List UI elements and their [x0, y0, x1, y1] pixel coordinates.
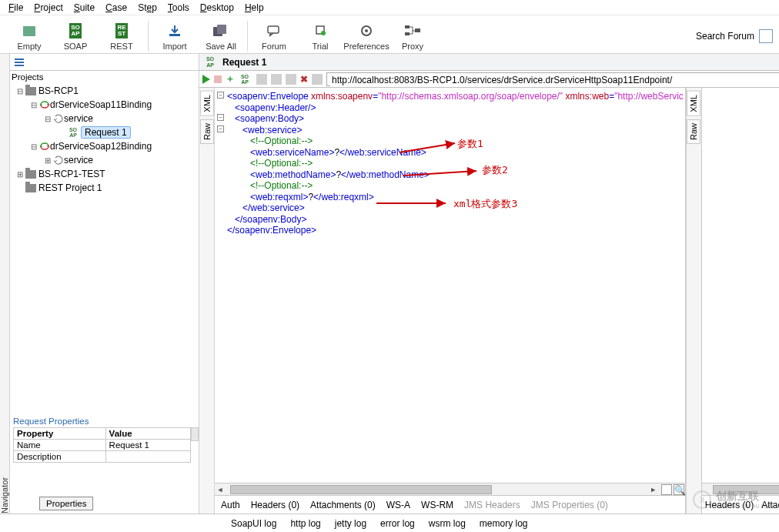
toolbar-icon-d[interactable]	[312, 74, 323, 85]
resp-tab-xml[interactable]: XML	[687, 91, 700, 116]
table-row[interactable]: NameRequest 1	[14, 440, 191, 451]
status-tab-wsrm-log[interactable]: wsrm log	[429, 518, 466, 529]
empty-icon	[6, 22, 52, 40]
stop-icon	[214, 75, 222, 83]
status-bar: SoapUI loghttp logjetty logerror logwsrm…	[0, 514, 779, 532]
status-tab-jetty-log[interactable]: jetty log	[335, 518, 366, 529]
resp-bottom-tab[interactable]: Headers (0)	[705, 500, 754, 510]
trial-icon	[297, 22, 343, 40]
request-tab-bar: SOAP Request 1	[199, 54, 779, 71]
svg-rect-10	[405, 32, 410, 35]
bottom-tab-auth[interactable]: Auth	[221, 500, 240, 510]
toolbar-icon-c[interactable]	[286, 74, 296, 85]
trial-button[interactable]: Trial	[297, 22, 343, 51]
endpoint-field[interactable]	[326, 72, 779, 86]
menu-tools[interactable]: Tools	[162, 2, 195, 15]
preferences-button[interactable]: Preferences	[343, 22, 390, 51]
soap-button[interactable]: SOAPSOAP	[52, 22, 99, 51]
menu-step[interactable]: Step	[132, 2, 162, 15]
hscroll-thumb[interactable]	[230, 485, 492, 494]
menu-case[interactable]: Case	[100, 2, 132, 15]
table-row[interactable]: Description	[14, 451, 191, 463]
import-button[interactable]: Import	[152, 22, 198, 51]
bottom-tab-headers[interactable]: Headers (0)	[251, 500, 299, 510]
tree-node-bs-rcp1-test[interactable]: ⊞BS-RCP1-TEST	[12, 167, 199, 181]
status-tab-memory-log[interactable]: memory log	[480, 518, 528, 529]
navigator-side-tab[interactable]: Navigator	[0, 54, 10, 514]
toolbar-icon-b[interactable]	[271, 74, 282, 85]
tree-twisty[interactable]: ⊟	[42, 115, 53, 123]
properties-table[interactable]: PropertyValueNameRequest 1Description	[13, 427, 191, 463]
tree-twisty[interactable]: ⊞	[42, 156, 53, 165]
tab-xml[interactable]: XML	[200, 91, 214, 116]
editor-hscroll[interactable]: ◄ ► 🔍	[215, 483, 685, 495]
menu-suite[interactable]: Suite	[69, 2, 100, 15]
tree-node-drservicesoap11binding[interactable]: ⊟drServiceSoap11Binding	[12, 98, 199, 112]
forum-icon	[251, 22, 297, 40]
split-icon[interactable]	[661, 484, 672, 495]
fold-toggle[interactable]: −	[217, 114, 224, 121]
fold-toggle[interactable]: −	[217, 92, 224, 99]
bottom-tab-jms: JMS Headers	[464, 500, 520, 510]
tree-twisty[interactable]: ⊟	[15, 87, 25, 95]
toolbar-close-icon[interactable]: ✖	[300, 74, 308, 85]
run-icon[interactable]	[202, 75, 210, 84]
search-forum-label: Search Forum	[696, 31, 754, 42]
request-toolbar: ＋ SOAP ✖	[199, 71, 779, 88]
tree-node-rest-project-1[interactable]: REST Project 1	[12, 181, 199, 195]
fold-toggle[interactable]: −	[217, 125, 224, 132]
binding-icon	[39, 100, 50, 109]
tree-node-service[interactable]: ⊞service	[12, 153, 199, 167]
resp-tab-raw[interactable]: Raw	[687, 119, 700, 144]
tab-raw[interactable]: Raw	[200, 119, 214, 144]
status-tab-http-log[interactable]: http log	[290, 518, 320, 529]
resp-bottom-tab[interactable]: Attac	[761, 500, 779, 510]
request-tab-title[interactable]: Request 1	[222, 57, 266, 68]
properties-button[interactable]: Properties	[39, 497, 93, 510]
search-forum-input[interactable]	[759, 29, 773, 43]
folder-icon	[25, 170, 36, 179]
tree-node-bs-rcp1[interactable]: ⊟BS-RCP1	[12, 84, 199, 98]
menu-desktop[interactable]: Desktop	[195, 2, 239, 15]
empty-button[interactable]: Empty	[6, 22, 52, 51]
menu-file[interactable]: File	[3, 2, 28, 15]
forum-button[interactable]: Forum	[251, 22, 297, 51]
properties-scrollbar-stub[interactable]	[191, 427, 199, 441]
bottom-tab-attachments[interactable]: Attachments (0)	[310, 500, 376, 510]
menu-project[interactable]: Project	[28, 2, 68, 15]
request-properties-title: Request Properties	[10, 413, 199, 427]
menu-help[interactable]: Help	[239, 2, 269, 15]
rest-button[interactable]: RESTREST	[99, 22, 145, 51]
navigator-menu-icon[interactable]	[15, 59, 24, 66]
tree-twisty[interactable]: ⊞	[15, 170, 25, 179]
editor-area: SOAP Request 1 ＋ SOAP ✖ XML Raw −<soapen…	[199, 54, 779, 514]
tree-twisty[interactable]: ⊟	[28, 142, 39, 151]
search-in-editor-icon[interactable]: 🔍	[674, 484, 684, 495]
soap-request-icon: SOAP	[67, 127, 79, 138]
xml-editor[interactable]: −<soapenv:Envelope xmlns:soapenv="http:/…	[215, 88, 685, 483]
soap-icon-small[interactable]: SOAP	[239, 74, 251, 85]
response-hscroll[interactable]	[702, 483, 779, 495]
arrow-icon	[395, 139, 460, 157]
menu-bar: FileProjectSuiteCaseStepToolsDesktopHelp	[0, 0, 779, 15]
response-bottom-tabs: Headers (0)Attac	[702, 495, 779, 514]
status-tab-error-log[interactable]: error log	[380, 518, 415, 529]
toolbar-icon-a[interactable]	[256, 74, 267, 85]
annotation: xml格式参数3	[453, 199, 517, 210]
bottom-tab-ws-a[interactable]: WS-A	[386, 500, 410, 510]
arrow-icon	[372, 199, 450, 208]
tree-node-request-1[interactable]: SOAPRequest 1	[12, 125, 199, 139]
tree-twisty[interactable]: ⊟	[28, 101, 39, 109]
svg-rect-11	[415, 28, 420, 32]
add-assertion-icon[interactable]: ＋	[226, 72, 235, 85]
tree-node-service[interactable]: ⊟service	[12, 112, 199, 125]
project-tree[interactable]: ⊟BS-RCP1⊟drServiceSoap11Binding⊟serviceS…	[10, 82, 199, 413]
status-tab-SoapUI-log[interactable]: SoapUI log	[231, 518, 276, 529]
request-view-tabs: XML Raw	[199, 88, 215, 514]
save-all-button[interactable]: Save All	[198, 22, 244, 51]
save-all-icon	[198, 22, 244, 40]
bottom-tab-ws-rm[interactable]: WS-RM	[421, 500, 453, 510]
endpoint-input[interactable]	[330, 74, 779, 86]
tree-node-drservicesoap12binding[interactable]: ⊟drServiceSoap12Binding	[12, 139, 199, 153]
proxy-button[interactable]: Proxy	[390, 22, 436, 51]
